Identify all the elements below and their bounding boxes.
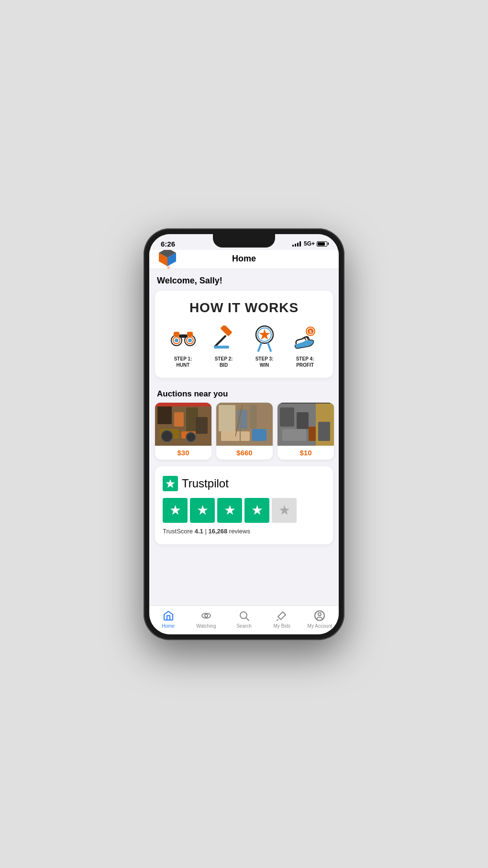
trustpilot-logo-icon xyxy=(163,476,178,491)
trust-score-label: TrustScore xyxy=(163,528,193,535)
welcome-text: Welcome, Sally! xyxy=(157,276,222,285)
svg-line-57 xyxy=(246,618,249,620)
search-icon xyxy=(238,609,250,622)
auction-price-1: $30 xyxy=(155,446,211,460)
battery-icon xyxy=(317,241,327,247)
star-3: ★ xyxy=(217,498,242,523)
svg-rect-34 xyxy=(155,403,211,406)
app-title: Home xyxy=(232,254,256,264)
how-it-works-title: HOW IT WORKS xyxy=(163,300,325,316)
svg-marker-53 xyxy=(166,479,175,488)
ribbon-icon xyxy=(251,325,278,352)
svg-point-9 xyxy=(175,338,178,342)
svg-rect-13 xyxy=(187,332,193,337)
home-icon xyxy=(162,609,175,622)
welcome-section: Welcome, Sally! xyxy=(149,269,339,291)
svg-line-15 xyxy=(215,336,225,347)
svg-point-55 xyxy=(205,614,208,617)
nav-search-label: Search xyxy=(236,623,252,629)
phone-frame: 6:26 5G+ xyxy=(144,228,344,640)
svg-rect-39 xyxy=(250,405,257,429)
notch xyxy=(213,234,275,248)
svg-rect-51 xyxy=(318,422,330,441)
status-icons: 5G+ xyxy=(292,240,327,247)
phone-screen: 6:26 5G+ xyxy=(149,234,339,634)
eye-icon xyxy=(200,609,212,622)
svg-text:$: $ xyxy=(309,329,311,334)
star-2-symbol: ★ xyxy=(197,502,209,518)
star-2: ★ xyxy=(190,498,215,523)
svg-point-32 xyxy=(161,430,173,442)
binoculars-icon xyxy=(170,325,197,352)
auction-price-3: $10 xyxy=(277,446,334,460)
trust-reviews-count: 16,268 xyxy=(208,528,227,535)
auction-card-3[interactable]: $10 xyxy=(277,403,334,460)
svg-rect-14 xyxy=(220,326,232,337)
svg-rect-31 xyxy=(196,417,208,434)
gavel-icon xyxy=(211,325,237,352)
nav-my-bids-label: My Bids xyxy=(273,623,290,629)
stars-row: ★ ★ ★ ★ ★ xyxy=(163,498,325,523)
step-bid: STEP 2:BID xyxy=(203,325,244,368)
auction-image-2 xyxy=(216,403,273,446)
app-header: R Home xyxy=(149,250,339,269)
svg-rect-26 xyxy=(157,405,172,424)
nav-my-account[interactable]: My Account xyxy=(301,609,339,629)
svg-rect-41 xyxy=(252,429,266,441)
step-win: STEP 3:WIN xyxy=(244,325,285,368)
nav-home[interactable]: Home xyxy=(149,609,187,629)
star-5-symbol: ★ xyxy=(278,502,290,518)
svg-rect-50 xyxy=(309,427,316,441)
auction-price-2: $660 xyxy=(216,446,273,460)
star-5: ★ xyxy=(272,498,297,523)
svg-line-58 xyxy=(277,620,278,620)
money-hand-icon: $ xyxy=(292,325,319,352)
svg-line-20 xyxy=(258,343,261,351)
scroll-content[interactable]: Welcome, Sally! HOW IT WORKS xyxy=(149,269,339,605)
network-type: 5G+ xyxy=(304,240,315,247)
svg-rect-49 xyxy=(282,429,306,441)
auction-card-1[interactable]: $30 xyxy=(155,403,211,460)
auction-image-1 xyxy=(155,403,211,446)
star-4: ★ xyxy=(244,498,269,523)
signal-bars-icon xyxy=(292,241,301,247)
svg-point-60 xyxy=(318,613,321,616)
star-1-symbol: ★ xyxy=(169,502,181,518)
svg-point-33 xyxy=(186,432,196,442)
svg-point-10 xyxy=(188,338,192,342)
trustpilot-brand-name: Trustpilot xyxy=(182,477,229,490)
svg-rect-47 xyxy=(280,407,294,427)
auctions-row[interactable]: $30 xyxy=(149,403,339,466)
step-profit-label: STEP 4:PROFIT xyxy=(296,356,314,368)
auction-card-2[interactable]: $660 xyxy=(216,403,273,460)
step-win-label: STEP 3:WIN xyxy=(255,356,274,368)
svg-line-21 xyxy=(268,343,271,351)
bottom-nav: Home Watching Search xyxy=(149,605,339,634)
nav-home-label: Home xyxy=(162,623,175,629)
nav-my-account-label: My Account xyxy=(308,623,333,629)
svg-rect-16 xyxy=(214,346,229,349)
svg-rect-11 xyxy=(179,335,188,338)
svg-rect-12 xyxy=(174,332,179,337)
steps-row: STEP 1:HUNT xyxy=(163,325,325,368)
nav-my-bids[interactable]: My Bids xyxy=(263,609,301,629)
nav-watching-label: Watching xyxy=(196,623,216,629)
account-icon xyxy=(313,609,326,622)
nav-search[interactable]: Search xyxy=(225,609,263,629)
star-4-symbol: ★ xyxy=(251,502,263,518)
status-time: 6:26 xyxy=(161,240,175,248)
star-3-symbol: ★ xyxy=(224,502,236,518)
trust-reviews-label: reviews xyxy=(229,528,250,535)
trustpilot-header: Trustpilot xyxy=(163,476,325,491)
trustpilot-card: Trustpilot ★ ★ ★ ★ ★ xyxy=(155,466,333,544)
step-hunt: STEP 1:HUNT xyxy=(163,325,203,368)
step-hunt-label: STEP 1:HUNT xyxy=(174,356,192,368)
svg-marker-19 xyxy=(259,329,270,339)
gavel-small-icon xyxy=(276,609,288,622)
step-profit: $ STEP 4:PROFIT xyxy=(285,325,325,368)
app-logo: R xyxy=(157,248,178,269)
nav-watching[interactable]: Watching xyxy=(187,609,225,629)
svg-rect-37 xyxy=(219,405,235,431)
svg-rect-48 xyxy=(297,412,309,429)
svg-rect-27 xyxy=(174,412,184,427)
